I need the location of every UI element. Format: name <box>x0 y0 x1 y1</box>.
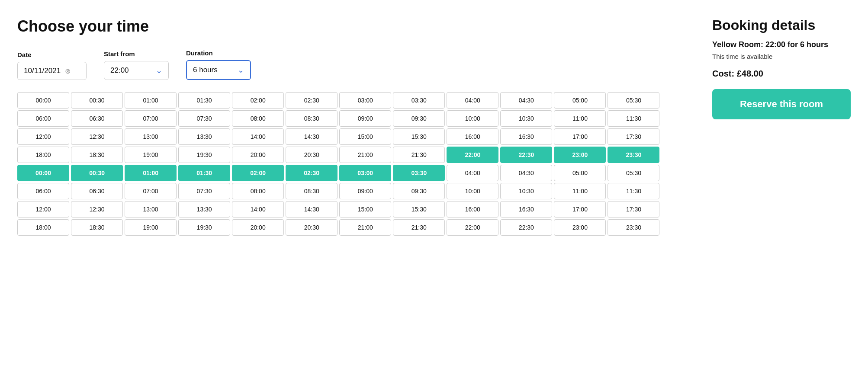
time-cell[interactable]: 06:00 <box>17 110 69 127</box>
time-cell[interactable]: 07:30 <box>178 183 230 199</box>
time-cell[interactable]: 06:30 <box>71 110 123 127</box>
time-cell[interactable]: 13:00 <box>125 128 177 145</box>
time-cell[interactable]: 20:00 <box>232 219 284 236</box>
time-cell[interactable]: 00:30 <box>71 92 123 109</box>
time-cell[interactable]: 11:00 <box>554 110 606 127</box>
time-cell[interactable]: 02:30 <box>286 165 338 181</box>
time-cell[interactable]: 04:00 <box>447 165 498 181</box>
time-cell[interactable]: 18:30 <box>71 147 123 163</box>
time-cell[interactable]: 21:30 <box>393 147 445 163</box>
start-select[interactable]: 22:00 ⌄ <box>104 61 169 80</box>
time-cell[interactable]: 19:00 <box>125 147 177 163</box>
time-cell[interactable]: 11:30 <box>608 183 659 199</box>
time-cell[interactable]: 08:00 <box>232 183 284 199</box>
time-cell[interactable]: 17:30 <box>608 201 659 217</box>
time-cell[interactable]: 22:30 <box>500 219 552 236</box>
time-cell[interactable]: 19:00 <box>125 219 177 236</box>
time-cell[interactable]: 14:00 <box>232 201 284 217</box>
time-cell[interactable]: 07:00 <box>125 183 177 199</box>
time-cell[interactable]: 04:30 <box>500 92 552 109</box>
time-cell[interactable]: 22:00 <box>447 147 498 163</box>
time-cell[interactable]: 00:00 <box>17 92 69 109</box>
time-cell[interactable]: 20:30 <box>286 147 338 163</box>
time-cell[interactable]: 01:30 <box>178 165 230 181</box>
time-cell[interactable]: 00:00 <box>17 165 69 181</box>
time-cell[interactable]: 12:00 <box>17 201 69 217</box>
time-cell[interactable]: 21:00 <box>339 147 391 163</box>
time-cell[interactable]: 06:00 <box>17 183 69 199</box>
time-cell[interactable]: 23:00 <box>554 219 606 236</box>
time-cell[interactable]: 02:00 <box>232 92 284 109</box>
time-cell[interactable]: 22:00 <box>447 219 498 236</box>
time-cell[interactable]: 15:30 <box>393 201 445 217</box>
time-cell[interactable]: 10:30 <box>500 183 552 199</box>
time-cell[interactable]: 16:00 <box>447 201 498 217</box>
time-cell[interactable]: 15:30 <box>393 128 445 145</box>
time-cell[interactable]: 08:30 <box>286 110 338 127</box>
time-cell[interactable]: 19:30 <box>178 147 230 163</box>
time-cell[interactable]: 09:00 <box>339 183 391 199</box>
time-cell[interactable]: 04:00 <box>447 92 498 109</box>
time-cell[interactable]: 23:30 <box>608 147 659 163</box>
time-cell[interactable]: 08:00 <box>232 110 284 127</box>
time-cell[interactable]: 10:00 <box>447 110 498 127</box>
time-cell[interactable]: 14:30 <box>286 128 338 145</box>
time-cell[interactable]: 14:00 <box>232 128 284 145</box>
time-cell[interactable]: 22:30 <box>500 147 552 163</box>
time-cell[interactable]: 01:00 <box>125 165 177 181</box>
time-cell[interactable]: 07:00 <box>125 110 177 127</box>
time-cell[interactable]: 05:00 <box>554 165 606 181</box>
time-cell[interactable]: 06:30 <box>71 183 123 199</box>
time-cell[interactable]: 07:30 <box>178 110 230 127</box>
time-cell[interactable]: 16:30 <box>500 128 552 145</box>
time-cell[interactable]: 17:30 <box>608 128 659 145</box>
time-cell[interactable]: 03:00 <box>339 92 391 109</box>
time-cell[interactable]: 09:30 <box>393 110 445 127</box>
time-cell[interactable]: 17:00 <box>554 201 606 217</box>
time-cell[interactable]: 12:30 <box>71 201 123 217</box>
time-cell[interactable]: 21:00 <box>339 219 391 236</box>
time-cell[interactable]: 04:30 <box>500 165 552 181</box>
time-cell[interactable]: 16:00 <box>447 128 498 145</box>
time-cell[interactable]: 12:00 <box>17 128 69 145</box>
time-cell[interactable]: 14:30 <box>286 201 338 217</box>
time-cell[interactable]: 13:30 <box>178 128 230 145</box>
time-cell[interactable]: 03:00 <box>339 165 391 181</box>
time-cell[interactable]: 10:00 <box>447 183 498 199</box>
time-cell[interactable]: 20:00 <box>232 147 284 163</box>
clear-date-icon[interactable]: ⊗ <box>65 67 71 75</box>
time-cell[interactable]: 09:30 <box>393 183 445 199</box>
time-cell[interactable]: 01:30 <box>178 92 230 109</box>
time-cell[interactable]: 21:30 <box>393 219 445 236</box>
time-cell[interactable]: 18:30 <box>71 219 123 236</box>
time-cell[interactable]: 00:30 <box>71 165 123 181</box>
time-cell[interactable]: 03:30 <box>393 92 445 109</box>
time-cell[interactable]: 02:00 <box>232 165 284 181</box>
time-cell[interactable]: 02:30 <box>286 92 338 109</box>
time-cell[interactable]: 05:00 <box>554 92 606 109</box>
time-cell[interactable]: 16:30 <box>500 201 552 217</box>
time-cell[interactable]: 11:30 <box>608 110 659 127</box>
time-cell[interactable]: 09:00 <box>339 110 391 127</box>
time-cell[interactable]: 23:30 <box>608 219 659 236</box>
time-cell[interactable]: 10:30 <box>500 110 552 127</box>
reserve-button[interactable]: Reserve this room <box>712 89 851 119</box>
time-cell[interactable]: 11:00 <box>554 183 606 199</box>
time-cell[interactable]: 15:00 <box>339 201 391 217</box>
time-cell[interactable]: 12:30 <box>71 128 123 145</box>
time-cell[interactable]: 17:00 <box>554 128 606 145</box>
time-cell[interactable]: 13:30 <box>178 201 230 217</box>
time-cell[interactable]: 03:30 <box>393 165 445 181</box>
time-cell[interactable]: 15:00 <box>339 128 391 145</box>
time-cell[interactable]: 01:00 <box>125 92 177 109</box>
time-cell[interactable]: 13:00 <box>125 201 177 217</box>
time-cell[interactable]: 19:30 <box>178 219 230 236</box>
time-cell[interactable]: 23:00 <box>554 147 606 163</box>
time-cell[interactable]: 05:30 <box>608 92 659 109</box>
time-cell[interactable]: 18:00 <box>17 219 69 236</box>
time-cell[interactable]: 18:00 <box>17 147 69 163</box>
time-cell[interactable]: 05:30 <box>608 165 659 181</box>
date-input[interactable]: 10/11/2021 ⊗ <box>17 62 87 80</box>
duration-select[interactable]: 6 hours ⌄ <box>186 60 251 80</box>
time-cell[interactable]: 20:30 <box>286 219 338 236</box>
